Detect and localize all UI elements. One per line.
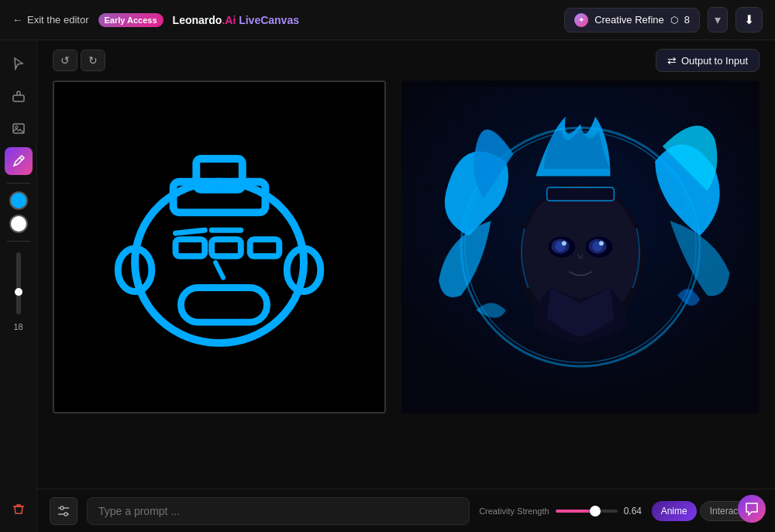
- creativity-value: 0.64: [624, 506, 642, 517]
- output-to-input-icon: ⇄: [667, 54, 677, 67]
- dropdown-button[interactable]: ▾: [708, 7, 728, 33]
- svg-point-29: [599, 241, 604, 245]
- svg-point-2: [16, 126, 18, 129]
- brand-name: Leonardo.Ai LiveCanvas: [173, 14, 299, 26]
- left-sidebar: 18: [0, 40, 37, 532]
- brush-size-value: 18: [13, 322, 22, 331]
- credit-icon: ⬡: [670, 15, 678, 26]
- creative-refine-icon: ✦: [574, 13, 588, 27]
- undo-redo-group: ↺ ↻: [53, 50, 105, 71]
- bottom-bar: Creativity Strength 0.64 Anime Interacti…: [37, 489, 775, 532]
- early-access-badge: Early Access: [98, 13, 164, 27]
- main-area: 18 ↺ ↻ ⇄ Output to Input: [0, 40, 775, 532]
- color-swatch-blue[interactable]: [9, 191, 28, 210]
- header-right: ✦ Creative Refine ⬡ 8 ▾ ⬇: [564, 7, 763, 33]
- prompt-input[interactable]: [87, 497, 470, 525]
- toolbar-row: ↺ ↻ ⇄ Output to Input: [37, 40, 775, 81]
- sidebar-divider: [7, 183, 30, 184]
- credit-count: 8: [684, 14, 690, 26]
- header: ← Exit the editor Early Access Leonardo.…: [0, 0, 775, 40]
- sidebar-divider-2: [7, 241, 30, 242]
- output-canvas-inner: [401, 81, 760, 414]
- output-to-input-button[interactable]: ⇄ Output to Input: [656, 49, 760, 72]
- download-button[interactable]: ⬇: [735, 7, 763, 33]
- drawing-canvas[interactable]: [53, 81, 386, 414]
- svg-rect-0: [13, 95, 24, 101]
- exit-label: Exit the editor: [27, 14, 89, 26]
- main-content: ↺ ↻ ⇄ Output to Input: [37, 40, 775, 532]
- svg-rect-3: [54, 82, 384, 412]
- creativity-thumb: [590, 506, 601, 517]
- output-canvas: [401, 81, 760, 414]
- draw-tool-button[interactable]: [5, 147, 33, 175]
- select-tool-button[interactable]: [5, 50, 33, 77]
- svg-point-28: [562, 241, 567, 245]
- exit-arrow-icon: ←: [12, 14, 22, 26]
- svg-point-34: [64, 513, 67, 516]
- chat-button[interactable]: [738, 495, 766, 523]
- eraser-tool-button[interactable]: [5, 82, 33, 110]
- creative-refine-button[interactable]: ✦ Creative Refine ⬡ 8: [564, 8, 700, 33]
- drawing-svg: [54, 82, 384, 412]
- svg-rect-30: [547, 187, 615, 201]
- brush-size-thumb: [15, 288, 22, 296]
- settings-button[interactable]: [50, 497, 78, 525]
- redo-button[interactable]: ↻: [81, 50, 105, 71]
- brush-size-slider[interactable]: [16, 252, 21, 314]
- svg-line-10: [176, 230, 205, 233]
- image-tool-button[interactable]: [5, 115, 33, 142]
- creative-refine-label: Creative Refine: [594, 14, 664, 26]
- undo-button[interactable]: ↺: [53, 50, 78, 71]
- svg-point-32: [60, 506, 64, 510]
- clear-canvas-button[interactable]: [5, 495, 33, 523]
- output-svg: [401, 81, 760, 414]
- color-swatch-white[interactable]: [9, 215, 28, 233]
- creativity-label: Creativity Strength: [479, 506, 549, 516]
- anime-style-button[interactable]: Anime: [652, 501, 697, 521]
- exit-editor-button[interactable]: ← Exit the editor: [12, 14, 89, 26]
- output-to-input-label: Output to Input: [681, 55, 748, 67]
- header-left: ← Exit the editor Early Access Leonardo.…: [12, 13, 299, 27]
- creativity-section: Creativity Strength 0.64: [479, 506, 642, 517]
- creativity-slider[interactable]: [556, 510, 618, 513]
- canvas-area: [37, 81, 775, 489]
